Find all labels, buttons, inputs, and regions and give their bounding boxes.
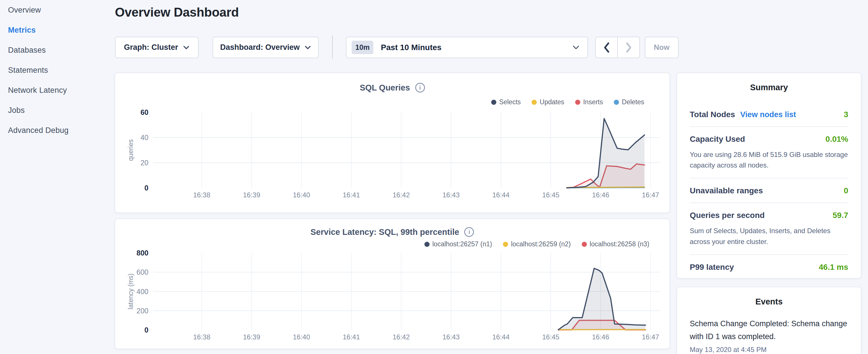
summary-row-total-nodes: Total Nodes View nodes list 3 xyxy=(690,92,848,126)
info-icon[interactable]: i xyxy=(415,83,425,93)
sidebar-item-statements[interactable]: Statements xyxy=(0,60,115,80)
svg-text:16:45: 16:45 xyxy=(542,191,559,199)
summary-label: Queries per second xyxy=(690,211,765,220)
svg-text:16:43: 16:43 xyxy=(442,191,460,199)
svg-text:16:47: 16:47 xyxy=(642,191,659,199)
svg-text:16:39: 16:39 xyxy=(243,333,260,341)
svg-text:600: 600 xyxy=(136,268,149,276)
time-step-buttons xyxy=(595,37,640,58)
svg-text:16:42: 16:42 xyxy=(393,333,410,341)
chart-legend: SelectsUpdatesInsertsDeletes xyxy=(491,98,644,106)
view-nodes-list-link[interactable]: View nodes list xyxy=(740,110,796,119)
svg-text:20: 20 xyxy=(141,159,149,167)
time-window-badge: 10m xyxy=(351,41,373,54)
svg-text:16:44: 16:44 xyxy=(492,191,509,199)
legend-label: Selects xyxy=(499,98,521,106)
summary-panel: Summary Total Nodes View nodes list 3 Ca… xyxy=(677,72,861,279)
chevron-right-icon xyxy=(625,42,633,53)
summary-row-capacity-used: Capacity Used 0.01% xyxy=(690,127,848,151)
summary-description: Sum of Selects, Updates, Inserts, and De… xyxy=(690,225,848,254)
svg-text:16:41: 16:41 xyxy=(343,191,360,199)
sidebar-item-overview[interactable]: Overview xyxy=(0,0,115,20)
chevron-left-icon xyxy=(602,42,611,53)
legend-dot-icon xyxy=(614,100,619,105)
svg-text:16:40: 16:40 xyxy=(293,191,310,199)
events-title: Events xyxy=(677,297,861,307)
now-button[interactable]: Now xyxy=(645,37,679,58)
legend-label: Updates xyxy=(539,98,564,106)
sidebar-item-databases[interactable]: Databases xyxy=(0,40,115,60)
legend-label: Deletes xyxy=(622,98,644,106)
legend-item[interactable]: Updates xyxy=(532,98,564,106)
db-console-metrics-page: OverviewMetricsDatabasesStatementsNetwor… xyxy=(0,0,868,354)
svg-text:16:41: 16:41 xyxy=(343,333,360,341)
summary-title: Summary xyxy=(677,83,861,92)
event-message: Schema Change Completed: Schema change w… xyxy=(690,317,848,343)
chevron-down-icon xyxy=(183,45,190,50)
summary-label: Capacity Used xyxy=(690,135,745,144)
svg-text:60: 60 xyxy=(141,108,149,116)
svg-text:16:46: 16:46 xyxy=(592,333,609,341)
legend-item[interactable]: Deletes xyxy=(614,98,644,106)
sql-queries-chart: 16:3816:3916:4016:4116:4216:4316:4416:45… xyxy=(121,105,665,204)
summary-value: 3 xyxy=(844,110,848,119)
svg-text:16:46: 16:46 xyxy=(592,191,609,199)
svg-text:queries: queries xyxy=(127,139,134,161)
events-panel: Events Schema Change Completed: Schema c… xyxy=(677,287,861,354)
summary-label: Unavailable ranges xyxy=(690,186,763,195)
summary-value: 0.01% xyxy=(826,135,848,144)
svg-text:0: 0 xyxy=(145,184,149,192)
sidebar-item-jobs[interactable]: Jobs xyxy=(0,100,115,120)
svg-text:400: 400 xyxy=(136,288,149,296)
page-title: Overview Dashboard xyxy=(115,5,239,20)
summary-value: 0 xyxy=(844,186,848,195)
time-window-label: Past 10 Minutes xyxy=(381,43,442,52)
svg-text:0: 0 xyxy=(145,326,149,334)
svg-text:40: 40 xyxy=(141,133,149,141)
svg-text:16:38: 16:38 xyxy=(193,333,210,341)
summary-label: Total Nodes xyxy=(690,110,735,119)
sidebar-item-network-latency[interactable]: Network Latency xyxy=(0,80,115,100)
info-icon[interactable]: i xyxy=(464,227,474,237)
service-latency-chart-card: Service Latency: SQL, 99th percentile i … xyxy=(115,219,670,349)
controls-divider xyxy=(332,35,333,58)
svg-text:16:42: 16:42 xyxy=(393,191,410,199)
svg-text:16:40: 16:40 xyxy=(293,333,310,341)
service-latency-chart: 16:3816:3916:4016:4116:4216:4316:4416:45… xyxy=(121,246,665,347)
next-time-button[interactable] xyxy=(617,37,639,58)
chart-title: Service Latency: SQL, 99th percentile xyxy=(311,227,459,237)
sidebar: OverviewMetricsDatabasesStatementsNetwor… xyxy=(0,0,115,354)
svg-text:200: 200 xyxy=(136,307,149,315)
svg-text:16:47: 16:47 xyxy=(642,333,659,341)
summary-label: P99 latency xyxy=(690,263,734,272)
legend-item[interactable]: Selects xyxy=(491,98,521,106)
chart-title: SQL Queries xyxy=(360,83,410,93)
svg-text:16:43: 16:43 xyxy=(442,333,460,341)
svg-text:800: 800 xyxy=(136,249,149,257)
summary-value: 59.7 xyxy=(833,211,848,220)
dashboard-dropdown-label: Dashboard: Overview xyxy=(220,43,300,52)
chevron-down-icon xyxy=(572,45,580,50)
previous-time-button[interactable] xyxy=(596,37,617,58)
time-window-selector[interactable]: 10m Past 10 Minutes xyxy=(346,37,588,58)
summary-row-queries-per-second: Queries per second 59.7 xyxy=(690,203,848,227)
svg-text:16:38: 16:38 xyxy=(193,191,210,199)
legend-dot-icon xyxy=(575,100,580,105)
event-timestamp: May 13, 2020 at 4:45 PM xyxy=(690,346,848,354)
sidebar-item-advanced-debug[interactable]: Advanced Debug xyxy=(0,120,115,140)
svg-text:16:44: 16:44 xyxy=(492,333,509,341)
legend-item[interactable]: Inserts xyxy=(575,98,603,106)
sql-queries-chart-card: SQL Queries i SelectsUpdatesInsertsDelet… xyxy=(115,72,670,213)
summary-row-unavailable-ranges: Unavailable ranges 0 xyxy=(690,179,848,202)
now-button-label: Now xyxy=(654,43,670,52)
sidebar-item-metrics[interactable]: Metrics xyxy=(0,20,115,40)
summary-description: You are using 28.6 MiB of 515.9 GiB usab… xyxy=(690,149,848,178)
summary-row-p99-latency: P99 latency 46.1 ms xyxy=(690,255,848,279)
svg-text:16:45: 16:45 xyxy=(542,333,559,341)
dashboard-dropdown[interactable]: Dashboard: Overview xyxy=(213,37,319,58)
graph-dropdown-label: Graph: Cluster xyxy=(124,43,178,52)
legend-dot-icon xyxy=(532,100,537,105)
svg-text:latency (ms): latency (ms) xyxy=(127,273,134,309)
graph-dropdown[interactable]: Graph: Cluster xyxy=(115,37,198,58)
legend-label: Inserts xyxy=(583,98,603,106)
